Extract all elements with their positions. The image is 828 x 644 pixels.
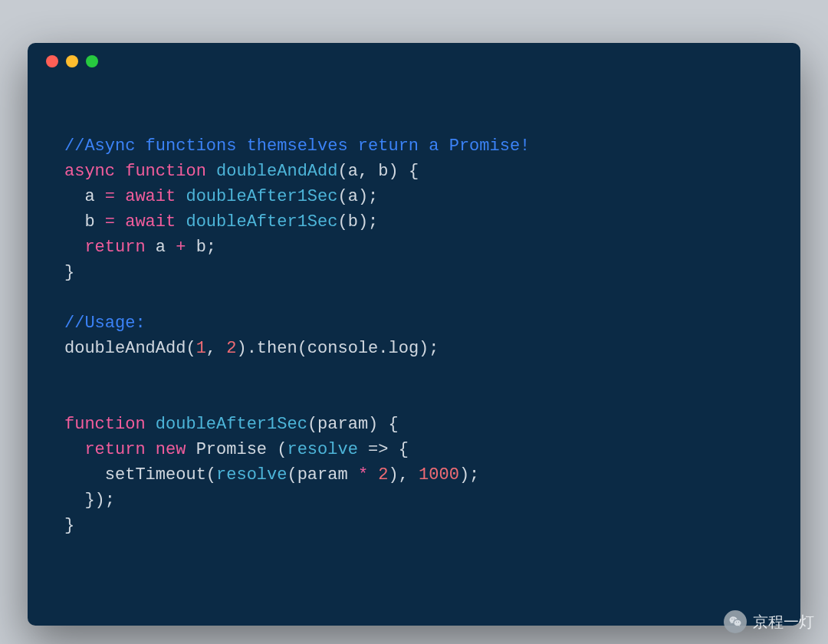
- code-identifier: resolve: [216, 465, 287, 485]
- code-comment: //Usage:: [64, 314, 146, 333]
- code-number: 1: [196, 339, 206, 358]
- code-number: 2: [226, 339, 236, 358]
- code-keyword: return: [64, 238, 146, 257]
- code-keyword: async: [64, 162, 115, 181]
- minimize-icon[interactable]: [66, 55, 78, 67]
- code-identifier: doubleAfter1Sec: [186, 187, 337, 206]
- code-text: a: [64, 187, 105, 206]
- code-text: (b);: [337, 212, 378, 232]
- code-identifier: doubleAfter1Sec: [156, 415, 307, 434]
- code-text: ,: [206, 339, 226, 358]
- watermark: 京程一灯: [724, 610, 814, 633]
- code-identifier: resolve: [287, 440, 357, 459]
- code-window: //Async functions themselves return a Pr…: [28, 43, 800, 626]
- code-editor: //Async functions themselves return a Pr…: [28, 80, 800, 538]
- code-text: (param: [287, 465, 357, 485]
- code-keyword: function: [64, 415, 146, 434]
- code-number: 1000: [419, 465, 459, 485]
- code-identifier: doubleAndAdd: [216, 162, 337, 181]
- code-identifier: doubleAfter1Sec: [186, 212, 337, 232]
- code-operator: =: [105, 212, 115, 232]
- code-text: b;: [186, 238, 216, 257]
- code-keyword: function: [125, 162, 206, 181]
- watermark-text: 京程一灯: [753, 612, 814, 632]
- code-text: });: [64, 491, 115, 510]
- code-operator: +: [176, 238, 186, 257]
- code-keyword: new: [156, 440, 186, 459]
- code-keyword: await: [125, 212, 176, 232]
- code-text: ),: [389, 465, 419, 485]
- code-keyword: await: [125, 187, 176, 206]
- code-operator: =: [105, 187, 115, 206]
- close-icon[interactable]: [46, 55, 58, 67]
- code-text: setTimeout(: [64, 465, 216, 485]
- code-operator: *: [358, 465, 368, 485]
- zoom-icon[interactable]: [86, 55, 98, 67]
- code-text: );: [459, 465, 479, 485]
- code-text: a: [146, 238, 176, 257]
- code-text: => {: [358, 440, 409, 459]
- code-number: 2: [368, 465, 388, 485]
- code-text: (a, b) {: [337, 162, 419, 181]
- code-comment: //Async functions themselves return a Pr…: [64, 136, 530, 156]
- code-text: doubleAndAdd(: [64, 339, 196, 358]
- code-text: }: [64, 516, 74, 535]
- code-text: (param) {: [307, 415, 399, 434]
- code-text: Promise (: [186, 440, 287, 459]
- titlebar: [28, 43, 800, 80]
- wechat-icon: [724, 610, 747, 633]
- code-keyword: return: [64, 440, 146, 459]
- code-text: (a);: [337, 187, 378, 206]
- code-text: ).then(console.log);: [236, 339, 439, 358]
- code-text: }: [64, 263, 74, 282]
- code-text: b: [64, 212, 105, 232]
